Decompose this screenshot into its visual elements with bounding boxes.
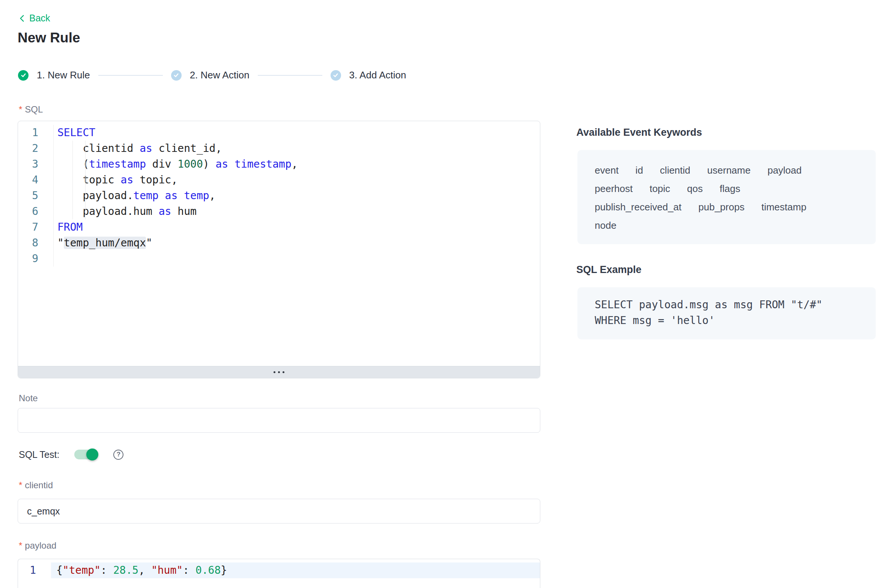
stepper: 1. New Rule 2. New Action 3. Add Action (18, 69, 406, 81)
back-label: Back (29, 13, 50, 24)
page-title: New Rule (18, 30, 80, 46)
line-number: 4 (18, 172, 54, 188)
keywords-row: publish_received_at pub_props timestamp (595, 198, 858, 216)
required-asterisk: * (19, 480, 22, 490)
sql-code-line[interactable]: clientid as client_id, (54, 141, 222, 156)
keyword-item: topic (649, 183, 670, 195)
new-rule-page: Back New Rule 1. New Rule 2. New Action … (0, 0, 884, 588)
line-number: 3 (18, 156, 54, 172)
sql-code-line[interactable]: "temp_hum/emqx" (54, 235, 152, 251)
keyword-item: clientid (660, 165, 690, 176)
required-asterisk: * (19, 540, 22, 550)
keyword-item: username (707, 165, 751, 176)
line-number: 2 (18, 141, 54, 156)
keywords-row: event id clientid username payload (595, 161, 858, 180)
line-number: 8 (18, 235, 54, 251)
keyword-item: payload (767, 165, 801, 176)
step-connector (258, 75, 322, 76)
sql-editor[interactable]: 1SELECT 2 clientid as client_id, 3 (time… (18, 121, 540, 378)
step-item-new-rule[interactable]: 1. New Rule (18, 69, 90, 81)
keywords-row: peerhost topic qos flags (595, 180, 858, 198)
note-field-label: Note (19, 393, 38, 404)
sql-example-line: SELECT payload.msg as msg FROM "t/#" (595, 297, 858, 313)
sql-code-line[interactable]: payload.temp as temp, (54, 188, 215, 204)
sql-editor-code-area[interactable]: 1SELECT 2 clientid as client_id, 3 (time… (18, 121, 540, 366)
sql-code-line[interactable] (54, 251, 57, 267)
ellipsis-icon (283, 371, 284, 373)
keywords-title: Available Event Keywords (576, 127, 702, 138)
keyword-item: flags (720, 183, 740, 195)
chevron-left-icon (19, 14, 26, 22)
keyword-item: event (595, 165, 619, 176)
keyword-item: id (636, 165, 643, 176)
required-asterisk: * (19, 104, 22, 114)
line-number: 7 (18, 219, 54, 235)
sql-code-line[interactable]: (timestamp div 1000) as timestamp, (54, 156, 298, 172)
clientid-input[interactable] (18, 499, 540, 524)
payload-field-label: *payload (19, 540, 56, 551)
toggle-knob (86, 448, 98, 460)
indent-guide (72, 141, 73, 219)
check-icon (331, 70, 341, 81)
indent-guide (85, 141, 86, 219)
sql-example-title: SQL Example (576, 264, 642, 276)
keyword-item: publish_received_at (595, 201, 681, 213)
payload-code-line[interactable]: {"temp": 28.5, "hum": 0.68} (51, 562, 540, 578)
check-icon (171, 70, 182, 81)
sql-code-line[interactable]: payload.hum as hum (54, 204, 197, 219)
sql-code-line[interactable]: SELECT (54, 125, 95, 141)
keyword-item: peerhost (595, 183, 633, 195)
keyword-item: qos (687, 183, 703, 195)
question-mark-icon[interactable]: ? (113, 450, 123, 460)
back-button[interactable]: Back (19, 13, 50, 24)
keyword-item: timestamp (761, 201, 806, 213)
line-number: 9 (18, 251, 54, 267)
keywords-panel: event id clientid username payload peerh… (577, 150, 876, 244)
payload-editor[interactable]: 1 {"temp": 28.5, "hum": 0.68} (18, 559, 540, 588)
step-connector (98, 75, 163, 76)
note-input[interactable] (18, 408, 540, 433)
line-number: 1 (18, 125, 54, 141)
step-label: 3. Add Action (349, 69, 406, 81)
step-item-new-action[interactable]: 2. New Action (171, 69, 250, 81)
keywords-row: node (595, 216, 858, 235)
step-label: 2. New Action (190, 69, 250, 81)
keyword-item: node (595, 220, 616, 231)
sql-example-panel: SELECT payload.msg as msg FROM "t/#" WHE… (577, 287, 876, 339)
step-item-add-action[interactable]: 3. Add Action (331, 69, 406, 81)
sql-test-toggle[interactable] (74, 450, 98, 459)
editor-resize-handle[interactable] (18, 366, 540, 378)
sql-code-line[interactable]: FROM (54, 219, 83, 235)
sql-test-label: SQL Test: (19, 449, 59, 460)
sql-field-label: *SQL (19, 104, 43, 115)
ellipsis-icon (274, 371, 275, 373)
sql-test-row: SQL Test: ? (19, 445, 123, 464)
ellipsis-icon (278, 371, 280, 373)
step-label: 1. New Rule (37, 69, 90, 81)
line-number: 6 (18, 204, 54, 219)
keyword-item: pub_props (698, 201, 744, 213)
check-icon (18, 70, 29, 81)
line-number: 1 (18, 562, 51, 578)
line-number: 5 (18, 188, 54, 204)
sql-example-line: WHERE msg = 'hello' (595, 313, 858, 328)
clientid-field-label: *clientid (19, 480, 53, 490)
